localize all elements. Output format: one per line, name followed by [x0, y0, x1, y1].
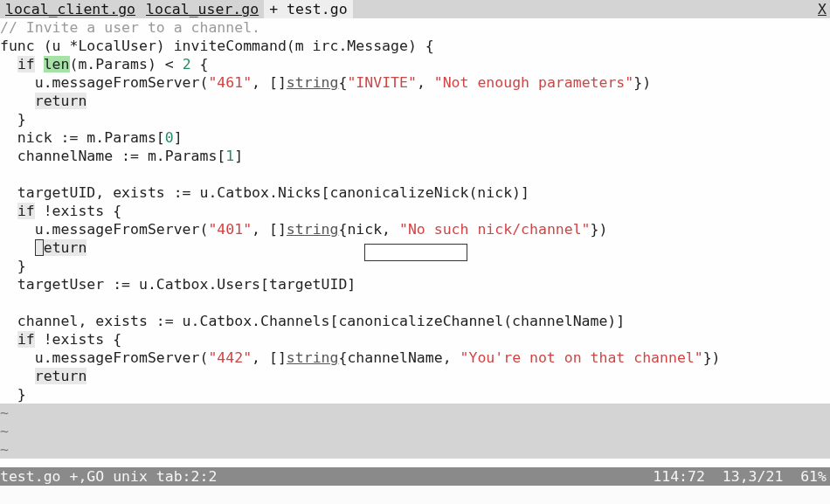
code-line: if !exists { [0, 202, 830, 220]
code-line: u.messageFromServer("461", []string{"INV… [0, 73, 830, 92]
tab-test-go[interactable]: + test.go [264, 0, 352, 18]
code-line: if len(m.Params) < 2 { [0, 55, 830, 73]
code-line: // Invite a user to a channel. [0, 18, 830, 37]
cursor [35, 239, 44, 256]
code-line: targetUID, exists := u.Catbox.Nicks[cano… [0, 183, 830, 202]
code-line: nick := m.Params[0] [0, 128, 830, 147]
status-line: test.go +,GO unix tab:2:2 114:72 13,3/21… [0, 467, 830, 486]
code-line: return [0, 92, 830, 110]
code-line: targetUser := u.Catbox.Users[targetUID] [0, 275, 830, 293]
close-icon[interactable]: X [818, 0, 827, 18]
code-line [0, 165, 830, 183]
code-line: u.messageFromServer("442", []string{chan… [0, 349, 830, 367]
end-of-buffer: ~ [0, 422, 830, 440]
code-line: return [0, 367, 830, 385]
code-line: channelName := m.Params[1] [0, 147, 830, 165]
end-of-buffer: ~ [0, 404, 830, 422]
code-line: } [0, 385, 830, 404]
status-right: 114:72 13,3/21 61% [653, 467, 827, 486]
tab-local-client[interactable]: local_client.go [0, 0, 141, 18]
code-line: u.messageFromServer("401", []string{nick… [0, 220, 830, 238]
end-of-buffer: ~ [0, 440, 830, 459]
code-line: func (u *LocalUser) inviteCommand(m irc.… [0, 37, 830, 55]
code-line: } [0, 110, 830, 128]
editor-area[interactable]: // Invite a user to a channel. func (u *… [0, 18, 830, 467]
code-line [0, 293, 830, 312]
command-line[interactable] [0, 486, 830, 504]
code-line: channel, exists := u.Catbox.Channels[can… [0, 312, 830, 330]
code-line: if !exists { [0, 330, 830, 349]
status-left: test.go +,GO unix tab:2:2 [0, 467, 217, 486]
tab-bar: local_client.go local_user.go + test.go … [0, 0, 830, 18]
floating-box [364, 244, 467, 261]
tab-local-user[interactable]: local_user.go [141, 0, 264, 18]
